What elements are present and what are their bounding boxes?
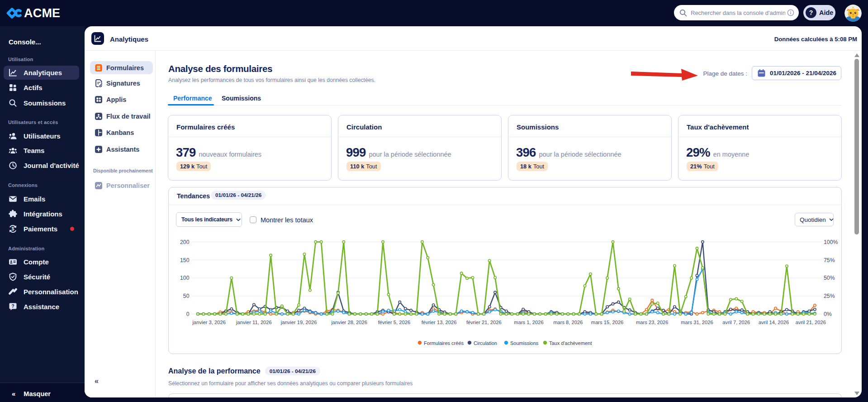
svg-text:Soumissions: Soumissions [510,340,539,346]
svg-text:mars 8, 2026: mars 8, 2026 [553,320,583,325]
svg-text:mars 15, 2026: mars 15, 2026 [591,320,624,325]
svg-text:mars 31, 2026: mars 31, 2026 [681,320,713,325]
svg-text:Taux d'achèvement: Taux d'achèvement [549,340,592,346]
svg-text:février 5, 2026: février 5, 2026 [378,320,411,325]
svg-text:150: 150 [180,257,190,263]
svg-text:200: 200 [180,239,190,245]
svg-text:75%: 75% [824,257,835,263]
svg-text:mars 23, 2026: mars 23, 2026 [636,320,669,325]
svg-text:25%: 25% [824,293,835,299]
svg-text:$: $ [12,226,14,231]
svg-text:janvier 3, 2026: janvier 3, 2026 [192,320,225,325]
svg-text:avril 14, 2026: avril 14, 2026 [759,320,789,325]
svg-text:avril 21, 2026: avril 21, 2026 [796,320,826,325]
svg-text:janvier 19, 2026: janvier 19, 2026 [280,320,317,325]
svg-text:50%: 50% [824,275,835,281]
svg-text:0: 0 [186,311,190,317]
svg-text:Circulation: Circulation [474,340,497,346]
svg-text:100: 100 [180,275,190,281]
svg-text:Formulaires créés: Formulaires créés [424,340,464,346]
svg-text:0%: 0% [824,311,832,317]
svg-text:mars 1, 2026: mars 1, 2026 [514,320,543,325]
svg-text:?: ? [11,303,14,308]
svg-text:100%: 100% [824,239,838,245]
svg-text:janvier 11, 2026: janvier 11, 2026 [236,320,272,325]
svg-text:avril 7, 2026: avril 7, 2026 [722,320,750,325]
svg-text:février 13, 2026: février 13, 2026 [422,320,457,325]
svg-text:janvier 28, 2026: janvier 28, 2026 [331,320,367,325]
svg-text:février 21, 2026: février 21, 2026 [466,320,502,325]
svg-text:50: 50 [183,293,190,299]
